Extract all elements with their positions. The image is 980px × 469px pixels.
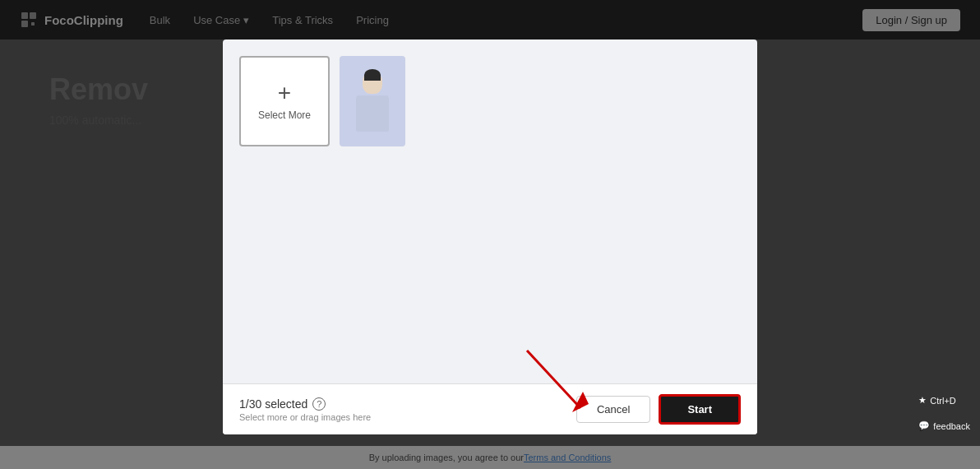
select-more-box[interactable]: + Select More [239, 56, 330, 146]
select-more-label: Select More [258, 109, 311, 121]
upload-modal: + Select More 1/30 selected [223, 39, 757, 434]
selected-count-text: 1/30 selected [239, 397, 307, 411]
floating-buttons: ★ Ctrl+D 💬 feedback [908, 390, 980, 436]
upload-area[interactable]: + Select More [223, 39, 757, 383]
bookmark-label: Ctrl+D [930, 396, 955, 406]
start-button[interactable]: Start [659, 394, 741, 425]
feedback-button[interactable]: 💬 feedback [908, 416, 980, 436]
svg-line-4 [527, 351, 580, 408]
modal-footer: 1/30 selected ? Select more or drag imag… [223, 383, 757, 434]
thumbnail-inner [340, 56, 405, 146]
person-preview [356, 71, 389, 132]
plus-icon: + [278, 81, 291, 104]
bookmark-button[interactable]: ★ Ctrl+D [908, 390, 980, 411]
person-hair [364, 69, 381, 81]
person-head [363, 71, 382, 94]
help-icon[interactable]: ? [312, 397, 326, 411]
person-body [356, 95, 389, 132]
chat-icon: 💬 [918, 420, 930, 431]
arrow-indicator [511, 342, 609, 425]
star-icon: ★ [918, 395, 927, 406]
image-thumbnail[interactable] [340, 56, 405, 146]
feedback-label: feedback [933, 421, 970, 431]
